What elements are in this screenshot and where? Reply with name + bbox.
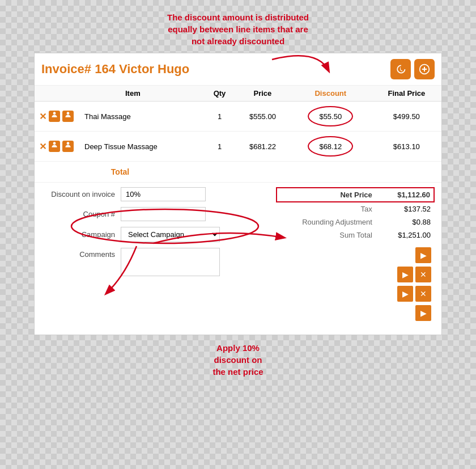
person-icon-4[interactable] — [62, 141, 74, 152]
rounding-row: Rounding Adjustment $0.88 — [277, 216, 434, 229]
x-button-2[interactable]: ✕ — [415, 286, 431, 302]
item-qty-1: 1 — [203, 102, 236, 132]
discount-form-row: Discount on invoice — [41, 187, 259, 201]
item-discount-2: $68.12 — [290, 132, 372, 162]
discount-circle-1: $55.50 — [308, 106, 353, 126]
comments-form-row: Comments — [41, 248, 259, 276]
invoice-panel: Invoice# 164 Victor Hugo — [34, 53, 442, 335]
sum-total-label: Sum Total — [277, 229, 376, 242]
svg-point-3 — [53, 112, 56, 115]
coupon-form-row: Coupon # — [41, 207, 259, 221]
item-price-2: $681.22 — [236, 132, 290, 162]
net-price-value: $1,112.60 — [376, 188, 434, 202]
col-qty: Qty — [203, 86, 236, 102]
comments-textarea[interactable] — [121, 248, 220, 276]
svg-point-6 — [67, 142, 70, 145]
annotation-top: The discount amount is distributed equal… — [167, 11, 309, 47]
play-button-2[interactable]: ▶ — [397, 267, 413, 282]
play-button-1[interactable]: ▶ — [415, 247, 431, 263]
tax-row: Tax $137.52 — [277, 202, 434, 216]
item-discount-1: $55.50 — [290, 102, 372, 132]
x-button-1[interactable]: ✕ — [415, 267, 431, 282]
invoice-header: Invoice# 164 Victor Hugo — [35, 53, 441, 86]
comments-label: Comments — [41, 248, 115, 259]
action-row-1: ▶ — [276, 247, 435, 263]
col-discount: Discount — [290, 86, 372, 102]
campaign-select[interactable]: Select Campaign — [121, 227, 220, 242]
rounding-label: Rounding Adjustment — [277, 216, 376, 229]
annotation-bottom: Apply 10% discount on the net price — [212, 342, 263, 378]
svg-point-4 — [67, 112, 70, 115]
item-final-2: $613.10 — [372, 132, 441, 162]
table-row: ✕ Deep Tissue Massage 1 $681.22 — [35, 132, 441, 162]
total-label: Total — [35, 162, 203, 183]
campaign-form-row: Campaign Select Campaign — [41, 227, 259, 242]
coupon-label: Coupon # — [41, 210, 115, 218]
row-actions: ✕ — [35, 102, 80, 132]
person-icon-2[interactable] — [62, 111, 74, 122]
item-qty-2: 1 — [203, 132, 236, 162]
sum-total-value: $1,251.00 — [376, 229, 434, 242]
net-price-row: Net Price $1,112.60 — [277, 188, 434, 202]
col-price: Price — [236, 86, 290, 102]
person-icon-1[interactable] — [49, 111, 60, 122]
item-name-2: Deep Tissue Massage — [80, 132, 203, 162]
discount-circle-2: $68.12 — [308, 136, 353, 157]
delete-row-1[interactable]: ✕ — [39, 111, 46, 122]
action-row-3: ▶ ✕ — [276, 286, 435, 302]
table-row: ✕ Thai Massage 1 $555.00 $55. — [35, 102, 441, 132]
person-icon-3[interactable] — [49, 141, 60, 152]
col-final-price: Final Price — [372, 86, 441, 102]
play-button-3[interactable]: ▶ — [397, 286, 413, 302]
header-icons — [390, 59, 435, 79]
row-actions-2: ✕ — [35, 132, 80, 162]
item-price-1: $555.00 — [236, 102, 290, 132]
sum-total-row: Sum Total $1,251.00 — [277, 229, 434, 242]
tax-value: $137.52 — [376, 202, 434, 216]
net-price-label: Net Price — [277, 188, 376, 202]
action-row-4: ▶ — [276, 305, 435, 321]
item-name-1: Thai Massage — [80, 102, 203, 132]
col-item: Item — [80, 86, 203, 102]
discount-input[interactable] — [121, 187, 206, 201]
add-button[interactable] — [414, 59, 435, 79]
invoice-table: Item Qty Price Discount Final Price ✕ — [35, 86, 441, 183]
tax-label: Tax — [277, 202, 376, 216]
invoice-title: Invoice# 164 Victor Hugo — [41, 62, 189, 77]
total-row: Total — [35, 162, 441, 183]
history-button[interactable] — [390, 59, 411, 79]
action-row-2: ▶ ✕ — [276, 267, 435, 282]
svg-point-5 — [53, 142, 56, 145]
delete-row-2[interactable]: ✕ — [39, 141, 46, 152]
col-actions — [35, 86, 80, 102]
right-totals: Net Price $1,112.60 Tax $137.52 Rounding… — [276, 187, 435, 324]
campaign-label: Campaign — [41, 230, 115, 239]
play-button-4[interactable]: ▶ — [415, 305, 431, 321]
left-form: Discount on invoice Coupon # Campaign Se… — [41, 187, 265, 324]
rounding-value: $0.88 — [376, 216, 434, 229]
discount-label: Discount on invoice — [41, 190, 115, 198]
coupon-input[interactable] — [121, 207, 206, 221]
bottom-section: Discount on invoice Coupon # Campaign Se… — [35, 183, 441, 329]
item-final-1: $499.50 — [372, 102, 441, 132]
totals-table: Net Price $1,112.60 Tax $137.52 Rounding… — [276, 187, 435, 242]
